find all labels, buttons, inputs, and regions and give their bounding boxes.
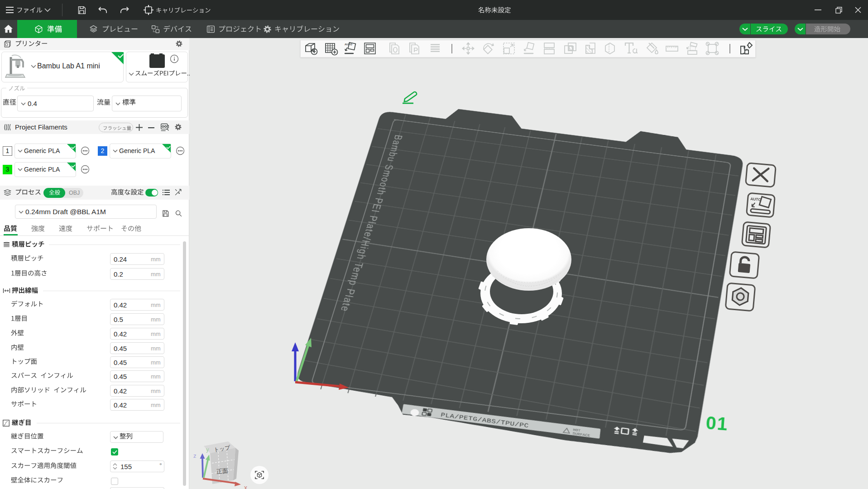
svg-text:AUTO: AUTO [345, 43, 352, 46]
svg-text:y: y [206, 446, 209, 453]
svg-text:x: x [244, 484, 247, 489]
svg-text:z: z [193, 452, 197, 459]
svg-text:AUTO: AUTO [750, 197, 762, 202]
